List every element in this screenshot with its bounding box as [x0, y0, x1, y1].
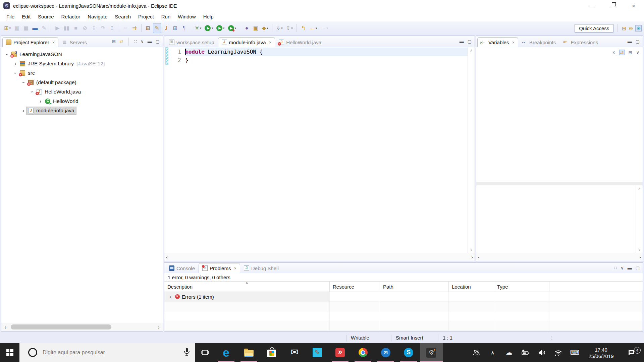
scroll-up-icon[interactable]: ∧	[470, 48, 473, 53]
twisty-icon[interactable]: ›	[30, 89, 35, 95]
taskbar-app-edge[interactable]	[215, 343, 237, 362]
twisty-icon[interactable]: ›	[13, 70, 18, 76]
menu-help[interactable]: Help	[200, 14, 217, 19]
taskbar-app-eclipse[interactable]	[420, 343, 443, 362]
restore-window-button[interactable]	[602, 0, 623, 11]
twisty-icon[interactable]: ›	[21, 108, 26, 113]
step-into-button[interactable]: ↧	[90, 23, 98, 33]
taskbar-clock[interactable]: 17:40 25/06/2019	[583, 346, 619, 359]
new-java-project-button[interactable]: ⊞	[144, 23, 152, 33]
print-button[interactable]: ✎	[40, 23, 48, 33]
step-return-button[interactable]: ↥	[108, 23, 116, 33]
scroll-left-icon[interactable]: ‹	[166, 254, 168, 260]
scroll-left-icon[interactable]: ‹	[3, 324, 8, 330]
tab-module-info-java[interactable]: module-info.java×	[218, 37, 275, 47]
taskbar-search[interactable]	[19, 343, 195, 362]
coverage-button[interactable]: ▶▾	[215, 23, 226, 33]
variables-sash[interactable]	[476, 182, 643, 185]
tree-item-module-info-java[interactable]: ›module-info.java	[1, 106, 163, 115]
tray-battery[interactable]	[517, 349, 534, 357]
twisty-icon[interactable]: ›	[167, 294, 173, 299]
scroll-left-icon[interactable]: ‹	[478, 254, 480, 260]
scroll-right-icon[interactable]: ›	[471, 254, 473, 260]
tree-item-helloworld[interactable]: ›HelloWorld	[1, 97, 163, 106]
close-window-button[interactable]: ×	[623, 0, 644, 11]
column-header-description[interactable]: Description∧	[164, 282, 330, 292]
save-button[interactable]: ▦	[13, 23, 21, 33]
terminate-button[interactable]: ■	[72, 23, 80, 33]
detail-vscrollbar[interactable]: ∧∨	[636, 185, 643, 253]
menu-search[interactable]: Search	[111, 14, 135, 19]
java-perspective-icon[interactable]: ✳	[636, 25, 641, 31]
jee-perspective-icon[interactable]: ⊛	[629, 26, 633, 31]
back-button[interactable]: ←▾	[308, 23, 319, 33]
forward-button[interactable]: →▾	[319, 23, 329, 33]
tray-volume[interactable]	[534, 349, 550, 357]
close-icon[interactable]: ×	[269, 40, 272, 45]
debug-button[interactable]: ✳▾	[194, 23, 203, 33]
taskbar-app-mail[interactable]	[283, 343, 306, 362]
new-wizard-button[interactable]: ⊞▾	[3, 23, 12, 33]
code-line[interactable]: 2}	[170, 56, 468, 64]
tab-workspace-setup[interactable]: workspace.setup	[165, 37, 218, 47]
maximize-icon[interactable]: ▢	[156, 39, 160, 44]
suspend-button[interactable]: ▮▮	[62, 23, 71, 33]
variables-hscrollbar[interactable]: ‹›	[476, 253, 643, 261]
open-console-button[interactable]: ▬	[31, 23, 39, 33]
taskbar-app-thunderbird[interactable]	[374, 343, 397, 362]
task-view-button[interactable]	[195, 343, 215, 362]
save-all-button[interactable]: ▩	[22, 23, 30, 33]
menu-project[interactable]: Project	[135, 14, 158, 19]
taskbar-app-chrome[interactable]	[352, 343, 374, 362]
cortana-icon[interactable]	[28, 348, 37, 357]
tree-item-helloworld-java[interactable]: ›HelloWorld.java	[1, 87, 163, 97]
last-edit-location-button[interactable]: ↰	[299, 23, 308, 33]
disconnect-button[interactable]: ⊘	[81, 23, 89, 33]
previous-annotation-button[interactable]: ⇧▾	[285, 23, 294, 33]
tab-project-explorer[interactable]: Project Explorer×	[2, 37, 58, 47]
tab-expressions[interactable]: Expressions	[559, 37, 602, 47]
maximize-icon[interactable]: ▢	[468, 39, 472, 44]
collapse-all-icon[interactable]: ⊟	[112, 39, 116, 44]
view-menu-icon[interactable]: ∨	[621, 266, 624, 270]
tree-item-jre-system-library[interactable]: ›JRE System Library [JavaSE-12]	[1, 59, 163, 68]
twisty-icon[interactable]: ›	[12, 61, 18, 66]
minimize-window-button[interactable]	[582, 0, 602, 11]
tab-breakpoints[interactable]: Breakpoints	[518, 37, 559, 47]
taskbar-app-drawing-app[interactable]	[306, 343, 329, 362]
show-type-names-icon[interactable]: K	[612, 50, 615, 55]
scroll-right-icon[interactable]: ›	[156, 324, 161, 330]
tree-item-default-package[interactable]: ›(default package)	[1, 78, 163, 87]
collapse-all-icon[interactable]: ⊟	[629, 50, 632, 55]
twisty-icon[interactable]: ›	[38, 99, 43, 104]
taskbar-app-store[interactable]	[260, 343, 283, 362]
toggle-mark-occurrences-button[interactable]: ✎	[153, 23, 161, 33]
show-logical-structures-icon[interactable]: ⇄	[620, 50, 625, 55]
column-header-path[interactable]: Path	[380, 282, 449, 292]
code-text[interactable]: }	[185, 56, 468, 64]
code-lines[interactable]: 1module LearningJavaSON {2}	[170, 47, 468, 253]
annotation-ruler[interactable]	[164, 47, 170, 253]
tab-console[interactable]: Console	[165, 263, 199, 273]
scroll-down-icon[interactable]: ∨	[470, 247, 473, 252]
scrollbar-thumb[interactable]	[11, 324, 111, 329]
tab-debug-shell[interactable]: Debug Shell	[240, 263, 282, 273]
tab-problems[interactable]: Problems×	[199, 263, 240, 273]
tray-touch-keyboard[interactable]: ⌨	[567, 349, 583, 356]
focus-icon[interactable]: ∷	[134, 39, 137, 44]
open-perspective-icon[interactable]: ⊞	[622, 26, 626, 31]
menu-source[interactable]: Source	[34, 14, 58, 19]
scroll-up-icon[interactable]: ∧	[638, 186, 641, 191]
scroll-down-icon[interactable]: ∨	[638, 247, 641, 252]
menu-navigate[interactable]: Navigate	[84, 14, 111, 19]
run-button[interactable]: ▶▾	[203, 23, 214, 33]
column-header-location[interactable]: Location	[449, 282, 494, 292]
resume-button[interactable]: ▶	[53, 23, 62, 33]
code-text[interactable]: module LearningJavaSON {	[185, 48, 468, 56]
tray-network[interactable]	[550, 349, 567, 357]
maximize-icon[interactable]: ▢	[636, 39, 640, 44]
table-row-errors[interactable]: ›Errors (1 item)	[164, 292, 643, 302]
open-task-button[interactable]: ▣	[252, 23, 260, 33]
microphone-icon[interactable]	[183, 347, 191, 358]
link-with-editor-icon[interactable]: ⇄	[119, 39, 123, 44]
